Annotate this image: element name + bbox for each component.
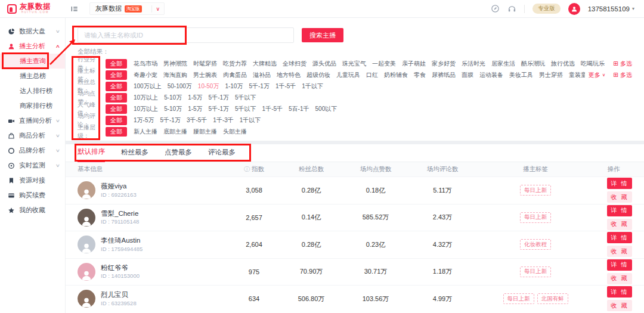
- filter-option[interactable]: 源头优品: [312, 60, 336, 68]
- filter-option[interactable]: 500以下: [315, 105, 338, 113]
- filter-option[interactable]: 腰部主播: [193, 128, 217, 136]
- streamer-name[interactable]: 粉红爷爷: [101, 265, 140, 272]
- filter-option[interactable]: 一起变美: [372, 60, 396, 68]
- filter-option[interactable]: 1千-3千: [213, 116, 233, 125]
- streamer-search-input[interactable]: [78, 27, 294, 43]
- filter-option[interactable]: 10万以上: [134, 105, 158, 113]
- filter-option[interactable]: 美妆工具: [509, 71, 533, 79]
- filter-option[interactable]: 3千-5千: [187, 116, 207, 125]
- sidebar-item-streamer-analysis[interactable]: 播主分析 ∧: [0, 39, 65, 54]
- tab-most-likes[interactable]: 点赞最多: [165, 148, 192, 162]
- filter-option[interactable]: 珠光宝气: [342, 60, 366, 68]
- filter-option-all[interactable]: 全部: [106, 127, 127, 137]
- filter-option-all[interactable]: 全部: [106, 93, 127, 103]
- filter-option[interactable]: 1千-5千: [275, 82, 296, 91]
- filter-option[interactable]: 5-10万: [164, 94, 182, 102]
- filter-option[interactable]: 口红: [366, 71, 378, 79]
- user-avatar[interactable]: [568, 3, 580, 15]
- sidebar-item-purchase-renew[interactable]: 购买续费: [0, 188, 65, 203]
- filter-option[interactable]: 肉禽蛋品: [223, 71, 247, 79]
- filter-option-all[interactable]: 全部: [106, 116, 127, 125]
- multi-select-button[interactable]: ⊞多选: [613, 71, 632, 79]
- info-icon[interactable]: ⓘ: [244, 166, 250, 172]
- filter-option[interactable]: 1-5万: [188, 105, 202, 113]
- search-streamer-button[interactable]: 搜索主播: [302, 28, 343, 42]
- filter-option[interactable]: 亲子萌娃: [402, 60, 426, 68]
- sidebar-item-brand-analysis[interactable]: 品牌分析 ∨: [0, 143, 65, 158]
- filter-option[interactable]: 5百-1千: [289, 105, 309, 113]
- filter-option[interactable]: 5千-1万: [160, 116, 180, 125]
- filter-option-all[interactable]: 全部: [106, 82, 127, 91]
- streamer-name[interactable]: 薇娅viya: [101, 183, 137, 190]
- filter-option[interactable]: 奇趣小宠: [134, 71, 157, 79]
- filter-option[interactable]: 地方特色: [277, 71, 301, 79]
- filter-option[interactable]: 全球扫货: [283, 60, 306, 68]
- filter-option[interactable]: 旅行优选: [551, 60, 575, 68]
- tab-default-sort[interactable]: 默认排序: [78, 147, 105, 162]
- filter-option[interactable]: 1万-5万: [134, 116, 154, 125]
- sidebar-item-talent-leaderboard[interactable]: 达人排行榜: [0, 83, 65, 98]
- filter-option[interactable]: 儿童玩具: [336, 71, 360, 79]
- filter-option[interactable]: 滋补品: [253, 71, 271, 79]
- filter-option[interactable]: 海淘直购: [163, 71, 187, 79]
- filter-option[interactable]: 男神潮范: [163, 60, 187, 68]
- favorite-button[interactable]: 收 藏: [607, 191, 632, 203]
- filter-option-all[interactable]: 全部: [106, 59, 127, 69]
- filter-option[interactable]: 5-10万: [164, 105, 182, 113]
- workspace-select[interactable]: 灰豚数据 淘宝版 ∨: [89, 2, 165, 15]
- filter-option[interactable]: 超级仿妆: [306, 71, 330, 79]
- filter-option[interactable]: 男士穿搭: [539, 71, 563, 79]
- filter-option[interactable]: 居家生活: [491, 60, 515, 68]
- table-row[interactable]: 粉红爷爷 ID : 140153000 975 70.90万 30.71万 1.…: [66, 258, 644, 286]
- filter-option[interactable]: 10万以上: [134, 94, 158, 102]
- table-row[interactable]: 烈儿宝贝 ID : 63239528 634 506.80万 103.56万 4…: [66, 285, 644, 312]
- filter-option[interactable]: 男士腕表: [193, 71, 217, 79]
- more-button[interactable]: 更多∨: [589, 71, 606, 79]
- sidebar-item-my-favorites[interactable]: 我的收藏: [0, 203, 65, 218]
- sidebar-item-merchant-leaderboard[interactable]: 商家排行榜: [0, 98, 65, 113]
- filter-option-all[interactable]: 全部: [106, 70, 127, 80]
- filter-option[interactable]: 5千-1万: [209, 94, 229, 102]
- sidebar-item-streamer-ranking[interactable]: 播主总榜: [0, 69, 65, 83]
- filter-option[interactable]: 5千-1万: [249, 82, 269, 91]
- filter-option[interactable]: 50-100万: [168, 82, 192, 91]
- filter-option[interactable]: 5千以下: [235, 94, 256, 102]
- filter-option[interactable]: 1千-5千: [262, 105, 283, 113]
- filter-option[interactable]: 5千-1万: [209, 105, 229, 113]
- favorite-button[interactable]: 收 藏: [607, 273, 632, 284]
- filter-option[interactable]: 1千以下: [302, 82, 323, 91]
- filter-option[interactable]: 家乡好货: [432, 60, 456, 68]
- collapse-menu-icon[interactable]: [70, 5, 79, 13]
- headset-support-icon[interactable]: [507, 4, 516, 13]
- filter-option[interactable]: 吃货力荐: [223, 60, 247, 68]
- detail-button[interactable]: 详 情: [607, 259, 632, 271]
- favorite-button[interactable]: 收 藏: [607, 219, 632, 230]
- filter-option[interactable]: 面膜: [462, 71, 473, 79]
- sidebar-item-liveroom-analysis[interactable]: 直播间分析 ∨: [0, 113, 65, 128]
- filter-option[interactable]: 1千以下: [240, 116, 261, 125]
- filter-option-all[interactable]: 全部: [106, 104, 127, 114]
- filter-option[interactable]: 大牌精选: [253, 60, 277, 68]
- filter-option[interactable]: 零食: [414, 71, 426, 79]
- favorite-button[interactable]: 收 藏: [607, 300, 632, 311]
- filter-option[interactable]: 运动装备: [479, 71, 503, 79]
- sidebar-item-streamer-query[interactable]: 播主查询: [0, 54, 65, 69]
- filter-option[interactable]: 1-10万: [225, 82, 243, 91]
- detail-button[interactable]: 详 情: [607, 286, 632, 297]
- sidebar-item-product-analysis[interactable]: 商品分析 ∨: [0, 128, 65, 143]
- filter-option[interactable]: 新人主播: [134, 128, 157, 136]
- tab-most-fans[interactable]: 粉丝最多: [121, 148, 148, 162]
- filter-option[interactable]: 乐活时光: [462, 60, 485, 68]
- filter-option[interactable]: 奶粉辅食: [384, 71, 408, 79]
- account-menu[interactable]: 13758155109 ▾: [588, 5, 634, 13]
- filter-option[interactable]: 100万以上: [134, 82, 162, 91]
- filter-option[interactable]: 底部主播: [163, 128, 187, 136]
- filter-option[interactable]: 花鸟市场: [134, 60, 157, 68]
- streamer-name[interactable]: 烈儿宝贝: [101, 292, 137, 299]
- feedback-icon[interactable]: [491, 4, 500, 13]
- sidebar-item-data-overview[interactable]: 数据大盘 ∨: [0, 24, 65, 39]
- sidebar-item-realtime-monitor[interactable]: 实时监测 ∨: [0, 158, 65, 173]
- filter-option[interactable]: 尿裤纸品: [432, 71, 456, 79]
- streamer-name[interactable]: 李佳琦Austin: [101, 237, 143, 244]
- detail-button[interactable]: 详 情: [607, 232, 632, 243]
